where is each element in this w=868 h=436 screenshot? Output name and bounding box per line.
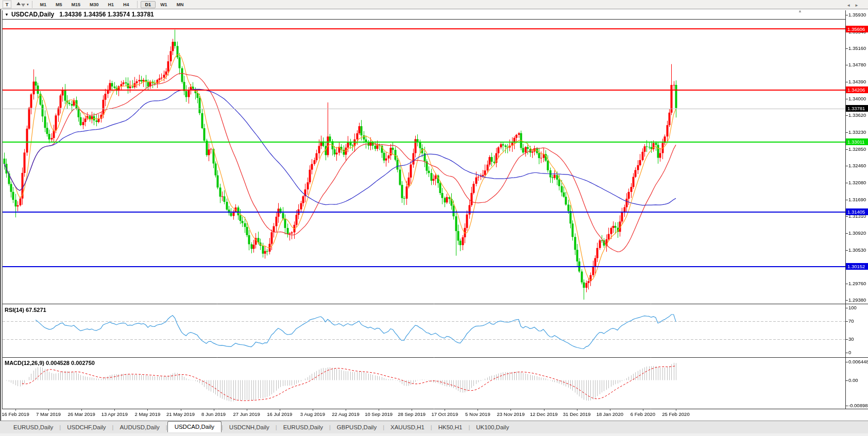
date-axis-label: 16 Feb 2019 [2,411,29,417]
price-axis-tick: 1.32850 [848,146,866,152]
rsi-indicator-label: RSI(14) 67.5271 [5,307,46,313]
price-axis-tick: 1.30920 [848,230,866,236]
rsi-axis-tick: 70 [848,318,854,324]
price-axis-tick: 1.32080 [848,180,866,186]
symbol-tab-usdcnh-daily[interactable]: USDCNH,Daily [223,422,276,432]
timeframe-button-mn[interactable]: MN [172,1,189,8]
price-axis-tick: 1.34000 [848,96,866,102]
window-frame-left-light [1,9,2,436]
macd-axis-tick: 0.006448 [848,359,868,365]
text-tool-button[interactable]: T [3,1,11,8]
timeframe-button-h1[interactable]: H1 [104,1,119,8]
chart-canvas[interactable] [0,0,868,436]
text-tool-icon: T [6,2,9,7]
date-axis-label: 22 Aug 2019 [332,411,359,417]
toolbar-separator [137,1,138,8]
symbol-tab-usdchf-daily[interactable]: USDCHF,Daily [61,422,112,432]
current-price-tag[interactable]: 1.33781 [846,105,868,112]
macd-indicator-label: MACD(12,26,9) 0.004528 0.002750 [5,360,95,366]
chevron-down-icon[interactable]: ▾ [27,3,29,7]
timeframe-button-m1[interactable]: M1 [36,1,52,8]
price-axis-tick: 1.34390 [848,79,866,85]
toolbar: T ▾ M1M5M15M30H1H4D1W1MN [0,0,868,9]
date-axis-label: 5 Nov 2019 [465,411,490,417]
date-axis-label: 27 Jun 2019 [233,411,260,417]
macd-axis-tick: 0.00 [848,377,858,383]
price-axis-tick: 1.29380 [848,297,866,303]
chart-ohlc-values: 1.34336 1.34356 1.33574 1.33781 [59,11,154,18]
level-price-tag[interactable]: 1.30152 [846,263,868,270]
rsi-axis-tick: 100 [848,305,857,311]
symbol-tab-usdcad-daily[interactable]: USDCAD,Daily [167,421,222,432]
price-axis-tick: 1.34780 [848,62,866,68]
arrow-up-icon [16,2,21,5]
symbol-tab-eurusd-daily[interactable]: EURUSD,Daily [7,422,59,432]
chart-title: ▼USDCAD,Daily1.34336 1.34356 1.33574 1.3… [5,11,154,18]
arrange-arrows-button[interactable] [16,1,25,8]
date-axis-label: 26 Mar 2019 [68,411,95,417]
date-axis-label: 16 Jul 2019 [267,411,292,417]
symbol-tab-gbpusd-daily[interactable]: GBPUSD,Daily [331,422,383,432]
rsi-axis-tick: 30 [848,336,854,342]
date-axis-label: 25 Feb 2020 [662,411,689,417]
price-axis-tick: 1.31690 [848,197,866,203]
date-axis-label: 31 Dec 2019 [563,411,591,417]
date-axis-label: 23 Nov 2019 [497,411,525,417]
date-axis-label: 12 Dec 2019 [530,411,558,417]
chart-shift-marker-icon: ▲ [798,9,802,13]
symbol-tab-eurusd-daily[interactable]: EURUSD,Daily [277,422,329,432]
tab-scroll-buttons: ◄► [846,3,863,8]
date-axis-label: 10 Sep 2019 [365,411,393,417]
date-axis-label: 13 Apr 2019 [101,411,128,417]
date-axis-label: 28 Sep 2019 [398,411,426,417]
level-price-tag[interactable]: 1.34206 [846,86,868,93]
chart-symbol-label: USDCAD,Daily [11,11,54,18]
tab-scroll-left-icon[interactable]: ◄ [846,3,855,8]
price-axis-tick: 1.29760 [848,281,866,287]
date-axis-label: 18 Jan 2020 [597,411,623,417]
price-axis-tick: 1.33230 [848,129,866,135]
timeframe-button-m15[interactable]: M15 [67,1,86,8]
level-price-tag[interactable]: 1.35606 [846,26,868,32]
price-axis-tick: 1.35160 [848,45,866,51]
date-axis-label: 2 May 2019 [135,411,161,417]
price-axis-tick: 1.35930 [848,12,866,18]
symbol-tab-xauusd-h1[interactable]: XAUUSD,H1 [384,422,431,432]
timeframe-button-d1[interactable]: D1 [141,1,156,8]
date-axis-label: 8 Jun 2019 [201,411,226,417]
symbol-tab-uk100-daily[interactable]: UK100,Daily [470,422,515,432]
tab-scroll-right-icon[interactable]: ► [855,3,863,8]
date-axis-label: 6 Feb 2020 [631,411,655,417]
arrow-down-icon [21,4,25,7]
date-axis-label: 21 May 2019 [166,411,195,417]
tab-bar-bottom-strip [0,433,868,436]
symbol-tab-hk50-h1[interactable]: HK50,H1 [432,422,469,432]
date-axis-label: 3 Aug 2019 [300,411,325,417]
level-price-tag[interactable]: 1.31405 [846,208,868,215]
timeframe-button-m30[interactable]: M30 [85,1,104,8]
price-axis-tick: 1.32460 [848,163,866,169]
toolbar-separator [32,1,32,8]
date-axis-label: 17 Oct 2019 [431,411,458,417]
date-axis-label: 7 Mar 2019 [36,411,61,417]
macd-axis-tick: -0.008982 [848,403,868,409]
timeframe-button-h4[interactable]: H4 [118,1,134,8]
timeframe-group: M1M5M15M30H1H4D1W1MN [36,1,189,8]
price-axis-tick: 1.33620 [848,112,866,118]
level-price-tag[interactable]: 1.33011 [846,138,868,145]
timeframe-button-m5[interactable]: M5 [51,1,67,8]
timeframe-button-w1[interactable]: W1 [156,1,172,8]
symbol-tab-audusd-daily[interactable]: AUDUSD,Daily [113,422,165,432]
rsi-axis-tick: 0 [848,350,851,356]
mt4-terminal: { "toolbar": { "text_tool_label": "T", "… [0,0,868,436]
price-axis-tick: 1.30530 [848,247,866,253]
chart-collapse-icon[interactable]: ▼ [5,12,9,17]
symbol-tab-bar: EURUSD,Daily|USDCHF,Daily|AUDUSD,Daily|U… [0,421,868,433]
